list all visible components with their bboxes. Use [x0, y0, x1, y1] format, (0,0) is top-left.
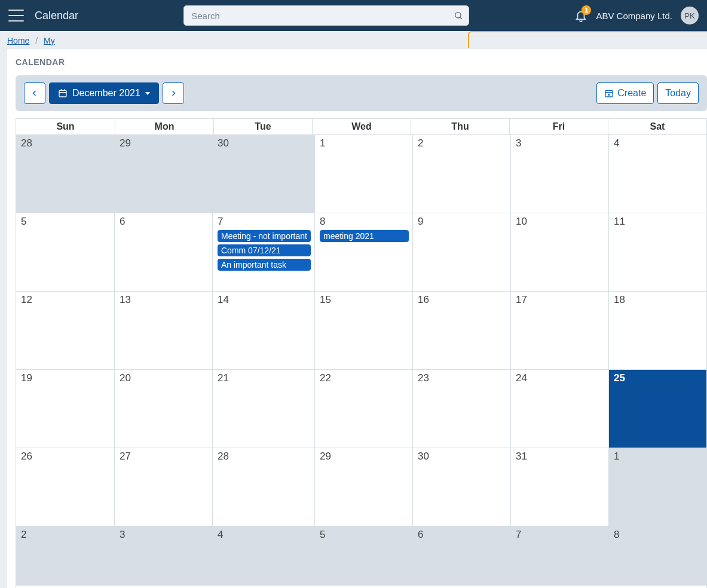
- day-number: 18: [614, 294, 703, 306]
- calendar-day[interactable]: 25: [608, 369, 706, 448]
- calendar-header-row: SunMonTueWedThuFriSat: [16, 119, 706, 134]
- calendar-day[interactable]: 1: [314, 134, 412, 213]
- breadcrumb-sep: /: [35, 36, 38, 45]
- day-number: 4: [614, 137, 703, 149]
- avatar[interactable]: PK: [681, 7, 699, 24]
- calendar-day[interactable]: 4: [212, 526, 314, 586]
- prev-button[interactable]: [24, 82, 45, 104]
- calendar-day[interactable]: 26: [16, 448, 114, 526]
- calendar-day[interactable]: 5: [314, 526, 412, 586]
- calendar-day[interactable]: 24: [510, 369, 608, 448]
- company-name[interactable]: ABV Company Ltd.: [596, 11, 672, 21]
- app-title: Calendar: [35, 10, 78, 22]
- day-number: 4: [218, 529, 311, 541]
- notifications-button[interactable]: 1: [574, 9, 587, 22]
- breadcrumb-current[interactable]: My: [44, 36, 55, 45]
- day-number: 7: [218, 216, 311, 228]
- breadcrumb-home[interactable]: Home: [7, 36, 29, 45]
- calendar-day[interactable]: 30: [412, 448, 510, 526]
- calendar-day[interactable]: 8: [608, 526, 706, 586]
- day-number: 15: [320, 294, 409, 306]
- svg-point-0: [455, 13, 461, 18]
- chevron-left-icon: [31, 89, 38, 97]
- day-number: 14: [218, 294, 311, 306]
- calendar-event[interactable]: An important task: [218, 259, 311, 271]
- day-number: 1: [320, 137, 409, 149]
- day-number: 12: [21, 294, 111, 306]
- calendar-day[interactable]: 7: [510, 526, 608, 586]
- day-number: 28: [21, 137, 111, 149]
- day-number: 8: [320, 216, 409, 228]
- calendar-day[interactable]: 31: [510, 448, 608, 526]
- calendar-day[interactable]: 28: [212, 448, 314, 526]
- day-header: Wed: [312, 119, 411, 134]
- calendar-day[interactable]: 15: [314, 291, 412, 369]
- today-button[interactable]: Today: [657, 82, 699, 104]
- calendar-day[interactable]: 27: [114, 448, 212, 526]
- calendar-day[interactable]: 14: [212, 291, 314, 369]
- calendar-day[interactable]: 2: [16, 526, 114, 586]
- calendar-day[interactable]: 19: [16, 369, 114, 448]
- calendar-day[interactable]: 30: [212, 134, 314, 213]
- calendar-day[interactable]: 9: [412, 213, 510, 291]
- day-number: 5: [320, 529, 409, 541]
- notification-badge: 1: [581, 5, 591, 15]
- create-button[interactable]: Create: [596, 82, 654, 104]
- day-number: 29: [320, 451, 409, 463]
- next-button[interactable]: [163, 82, 184, 104]
- calendar-icon: [58, 88, 68, 98]
- page-card: CALENDAR December 2021 Create: [7, 49, 707, 588]
- calendar-day[interactable]: 3: [510, 134, 608, 213]
- calendar-day[interactable]: 20: [114, 369, 212, 448]
- calendar-day[interactable]: 3: [114, 526, 212, 586]
- calendar-day[interactable]: 21: [212, 369, 314, 448]
- calendar-day[interactable]: 4: [608, 134, 706, 213]
- period-picker-button[interactable]: December 2021: [49, 82, 159, 104]
- calendar-day[interactable]: 22: [314, 369, 412, 448]
- chevron-right-icon: [170, 89, 177, 97]
- calendar-day[interactable]: 5: [16, 213, 114, 291]
- calendar-body: 2829301234567Meeting - not importantComm…: [16, 134, 706, 588]
- search-icon[interactable]: [454, 11, 463, 20]
- menu-icon[interactable]: [8, 10, 24, 22]
- day-number: 3: [516, 137, 605, 149]
- calendar-day[interactable]: 16: [412, 291, 510, 369]
- calendar-day[interactable]: 13: [114, 291, 212, 369]
- day-number: 1: [614, 451, 703, 463]
- day-number: 25: [614, 372, 703, 384]
- day-number: 24: [516, 372, 605, 384]
- calendar-day[interactable]: 18: [608, 291, 706, 369]
- calendar-day[interactable]: 17: [510, 291, 608, 369]
- calendar-day[interactable]: 7Meeting - not importantComm 07/12/21An …: [212, 213, 314, 291]
- calendar-day[interactable]: 12: [16, 291, 114, 369]
- day-number: 6: [120, 216, 209, 228]
- search-input[interactable]: [183, 5, 469, 26]
- top-bar: Calendar 1 ABV Company Ltd. PK: [0, 0, 707, 31]
- calendar-day[interactable]: 6: [412, 526, 510, 586]
- day-number: 17: [516, 294, 605, 306]
- calendar-day[interactable]: 23: [412, 369, 510, 448]
- calendar-day[interactable]: 1: [608, 448, 706, 526]
- calendar-day[interactable]: 11: [608, 213, 706, 291]
- period-label: December 2021: [72, 88, 140, 99]
- day-number: 21: [218, 372, 311, 384]
- calendar-event[interactable]: Meeting - not important: [218, 230, 311, 242]
- calendar-day[interactable]: 29: [314, 448, 412, 526]
- day-number: 29: [120, 137, 209, 149]
- calendar-day[interactable]: 2: [412, 134, 510, 213]
- day-number: 7: [516, 529, 605, 541]
- day-number: 13: [120, 294, 209, 306]
- calendar-event[interactable]: meeting 2021: [320, 230, 409, 242]
- calendar-day[interactable]: 8meeting 2021: [314, 213, 412, 291]
- calendar-day[interactable]: 29: [114, 134, 212, 213]
- day-number: 6: [418, 529, 507, 541]
- calendar-event[interactable]: Comm 07/12/21: [218, 244, 311, 256]
- day-number: 31: [516, 451, 605, 463]
- calendar-day[interactable]: 28: [16, 134, 114, 213]
- day-number: 23: [418, 372, 507, 384]
- calendar-day[interactable]: 10: [510, 213, 608, 291]
- calendar-grid: SunMonTueWedThuFriSat 2829301234567Meeti…: [16, 118, 707, 588]
- calendar-plus-icon: [604, 88, 614, 98]
- calendar-day[interactable]: 6: [114, 213, 212, 291]
- day-number: 3: [120, 529, 209, 541]
